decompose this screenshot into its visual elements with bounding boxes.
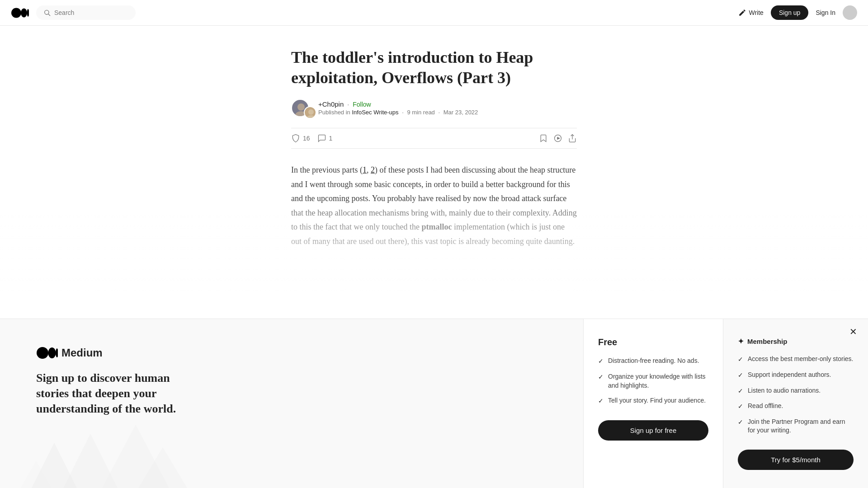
publish-date: Mar 23, 2022	[443, 109, 478, 116]
comment-button[interactable]: 1	[317, 134, 333, 143]
svg-point-2	[27, 9, 29, 17]
write-button[interactable]: Write	[738, 9, 764, 17]
clap-button[interactable]: 16	[291, 134, 310, 143]
dot1: ·	[402, 109, 404, 116]
overlay-backdrop	[0, 208, 868, 258]
part1-link[interactable]: 1	[363, 165, 367, 174]
author-meta: +Ch0pin · Follow Published in InfoSec Wr…	[318, 100, 478, 116]
article-title: The toddler's introduction to Heap explo…	[291, 47, 577, 88]
published-in-label: Published in	[318, 109, 352, 116]
svg-line-4	[48, 14, 50, 16]
svg-marker-10	[557, 137, 560, 140]
search-input[interactable]	[54, 9, 127, 16]
svg-point-5	[297, 103, 305, 111]
header: Write Sign up Sign In	[0, 0, 868, 26]
signin-button[interactable]: Sign In	[816, 9, 835, 16]
avatar[interactable]	[843, 5, 857, 20]
write-icon	[738, 9, 746, 17]
actions-left: 16 1	[291, 134, 332, 143]
author-name: +Ch0pin	[318, 100, 344, 108]
author-avatar-secondary	[304, 106, 316, 119]
dot2: ·	[438, 109, 440, 116]
save-icon	[539, 134, 548, 143]
share-button[interactable]	[568, 134, 577, 143]
write-label: Write	[749, 9, 764, 16]
svg-point-7	[308, 109, 314, 115]
actions-right	[539, 134, 577, 143]
comment-icon	[317, 134, 326, 143]
header-right: Write Sign up Sign In	[738, 5, 858, 20]
share-icon	[568, 134, 577, 143]
follow-button[interactable]: Follow	[353, 101, 371, 108]
play-icon	[553, 134, 562, 143]
medium-logo-icon	[11, 7, 29, 19]
author-sub: Published in InfoSec Write-ups · 9 min r…	[318, 109, 478, 116]
comment-count: 1	[329, 135, 333, 142]
clap-count: 16	[303, 135, 310, 142]
article-actions: 16 1	[291, 128, 577, 149]
header-left	[11, 5, 136, 20]
publication-link[interactable]: InfoSec Write-ups	[352, 109, 398, 116]
save-button[interactable]	[539, 134, 548, 143]
search-icon	[43, 9, 51, 16]
medium-logo[interactable]	[11, 7, 29, 19]
svg-point-1	[21, 8, 27, 17]
clap-icon	[291, 134, 300, 143]
signup-button[interactable]: Sign up	[771, 5, 808, 20]
author-row: +Ch0pin · Follow Published in InfoSec Wr…	[291, 99, 577, 117]
part2-link[interactable]: 2	[371, 165, 375, 174]
listen-button[interactable]	[553, 134, 562, 143]
svg-point-0	[11, 8, 21, 18]
read-time: 9 min read	[407, 109, 434, 116]
author-name-row: +Ch0pin · Follow	[318, 100, 478, 108]
search-bar[interactable]	[36, 5, 136, 20]
svg-point-8	[307, 115, 316, 119]
separator-dot: ·	[347, 101, 349, 108]
publication-avatar-img	[305, 107, 316, 119]
author-avatars	[291, 99, 313, 117]
